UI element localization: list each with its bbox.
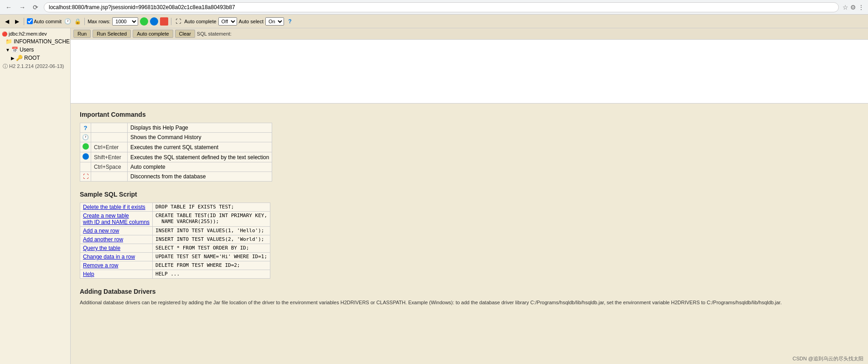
sidebar: 🔴 jdbc:h2:mem:dev 📁 INFORMATION_SCHEMA ▼… [0,28,71,364]
sidebar-version: ⓘ H2 2.1.214 (2022-06-13) [0,62,70,71]
sidebar-users[interactable]: ▼ 📅 Users [0,46,70,54]
info-icon: ⓘ [3,63,8,69]
sample-sql-title: Sample SQL Script [80,191,859,198]
help-icon[interactable]: ? [286,17,294,26]
cmd-shortcut-1 [91,123,128,133]
sample-link-1[interactable]: Delete the table if it exists [80,203,153,212]
sidebar-root[interactable]: ▶ 🔑 ROOT [0,54,70,62]
sidebar-connection[interactable]: 🔴 jdbc:h2:mem:dev [0,30,70,37]
table-row: Help HELP ... [80,270,270,279]
max-rows-select[interactable]: 1000 100 10000 [112,17,138,26]
auto-complete-select[interactable]: Off On [218,17,237,26]
cmd-shortcut-5: Ctrl+Space [91,162,128,172]
auto-complete-label: Auto complete [184,19,216,24]
watermark: CSDN @追到乌云的尽头找太阳 [793,355,863,362]
cmd-icon-1: ? [80,123,91,133]
expand-icon-users: ▼ [5,47,10,52]
lock-icon[interactable]: 🔒 [73,17,82,26]
run-selected-button[interactable]: Run Selected [93,30,131,38]
browser-bar: ← → ⟳ ☆ ⚙ ⋮ [0,0,868,15]
cmd-desc-3: Executes the current SQL statement [128,142,272,152]
back-button[interactable]: ← [4,3,14,12]
sample-sql-table: Delete the table if it exists DROP TABLE… [80,203,270,279]
important-commands-title: Important Commands [80,111,859,118]
run-green-button[interactable] [140,17,148,26]
disconnect-small-icon: ⛶ [83,173,88,180]
table-row: Ctrl+Space Auto complete [80,162,272,172]
run-blue-button[interactable] [150,17,158,26]
connection-label: jdbc:h2:mem:dev [9,31,47,36]
cmd-desc-6: Disconnects from the database [128,172,272,182]
version-label: H2 2.1.214 (2022-06-13) [9,63,64,69]
sample-link-7[interactable]: Remove a row [80,261,153,270]
sample-code-2: CREATE TABLE TEST(ID INT PRIMARY KEY, NA… [153,212,270,227]
table-row: Create a new tablewith ID and NAME colum… [80,212,270,227]
auto-complete-button[interactable]: Auto complete [133,30,173,38]
sample-link-2[interactable]: Create a new tablewith ID and NAME colum… [80,212,153,227]
run-green-icon [83,143,89,150]
refresh-button[interactable]: ⟳ [31,3,40,12]
app-toolbar: ◀ ▶ Auto commit 🕐 🔒 Max rows: 1000 100 1… [0,15,868,28]
run-button[interactable]: Run [73,30,91,38]
cmd-shortcut-2 [91,133,128,142]
sidebar-users-label: Users [20,47,34,53]
toolbar-sep-2 [84,18,85,25]
sample-link-6[interactable]: Change data in a row [80,253,153,261]
table-row: Add another row INSERT INTO TEST VALUES(… [80,235,270,244]
max-rows-label: Max rows: [88,19,110,24]
browser-icons: ☆ ⚙ ⋮ [842,4,864,11]
cmd-desc-1: Displays this Help Page [128,123,272,133]
sample-code-6: UPDATE TEST SET NAME='Hi' WHERE ID=1; [153,253,270,261]
auto-select-select[interactable]: On Off [265,17,284,26]
table-row: Add a new row INSERT INTO TEST VALUES(1,… [80,227,270,235]
sample-link-5[interactable]: Query the table [80,244,153,253]
sample-link-3[interactable]: Add a new row [80,227,153,235]
sample-link-4[interactable]: Add another row [80,235,153,244]
cmd-shortcut-6 [91,172,128,182]
sample-link-8[interactable]: Help [80,270,153,279]
sql-editor[interactable] [71,40,868,104]
cmd-desc-2: Shows the Command History [128,133,272,142]
cmd-icon-6: ⛶ [80,172,91,182]
connection-icon: 🔴 [2,31,7,36]
folder-icon-users: 📅 [11,47,18,53]
table-row: Shift+Enter Executes the SQL statement d… [80,152,272,162]
sample-code-8: HELP ... [153,270,270,279]
toolbar-sep-3 [171,18,171,25]
cmd-shortcut-3: Ctrl+Enter [91,142,128,152]
key-icon: 🔑 [16,55,23,61]
forward-button[interactable]: → [17,3,27,12]
cmd-icon-4 [80,152,91,162]
disconnect-icon[interactable]: ⛶ [174,17,182,26]
sample-code-7: DELETE FROM TEST WHERE ID=2; [153,261,270,270]
cmd-icon-5 [80,162,91,172]
forward-icon[interactable]: ▶ [13,17,21,26]
back-icon[interactable]: ◀ [3,17,11,26]
table-row: Delete the table if it exists DROP TABLE… [80,203,270,212]
sidebar-info-schema-label: INFORMATION_SCHEMA [14,38,71,45]
sample-code-4: INSERT INTO TEST VALUES(2, 'World'); [153,235,270,244]
sql-textarea[interactable] [71,40,868,103]
cmd-shortcut-4: Shift+Enter [91,152,128,162]
auto-select-label: Auto select [239,19,264,24]
toolbar-sep-1 [24,18,24,25]
stop-button[interactable] [160,17,168,26]
url-bar[interactable] [44,2,839,12]
history-icon[interactable]: 🕐 [63,17,72,26]
table-row: Change data in a row UPDATE TEST SET NAM… [80,253,270,261]
auto-commit-input[interactable] [27,18,33,24]
table-row: Ctrl+Enter Executes the current SQL stat… [80,142,272,152]
expand-icon-root: ▶ [11,56,15,61]
auto-commit-label: Auto commit [34,19,62,24]
adding-drivers-text: Additional database drivers can be regis… [80,299,859,307]
cmd-icon-3 [80,142,91,152]
cmd-desc-5: Auto complete [128,162,272,172]
auto-commit-checkbox[interactable]: Auto commit [27,18,62,24]
sample-code-1: DROP TABLE IF EXISTS TEST; [153,203,270,212]
sidebar-info-schema[interactable]: 📁 INFORMATION_SCHEMA [0,37,70,46]
content-area: Run Run Selected Auto complete Clear SQL… [71,28,868,364]
clear-button[interactable]: Clear [175,30,195,38]
sample-code-3: INSERT INTO TEST VALUES(1, 'Hello'); [153,227,270,235]
main-layout: 🔴 jdbc:h2:mem:dev 📁 INFORMATION_SCHEMA ▼… [0,28,868,364]
table-row: ⛶ Disconnects from the database [80,172,272,182]
